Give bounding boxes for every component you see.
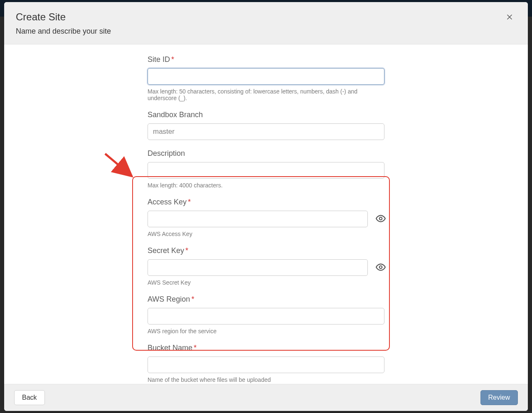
modal-body: Site ID* Max length: 50 characters, cons… <box>4 44 528 384</box>
help-aws-region: AWS region for the service <box>148 328 384 334</box>
help-bucket-name: Name of the bucket where files will be u… <box>148 376 384 383</box>
required-asterisk: * <box>188 198 191 206</box>
help-description: Max length: 4000 characters. <box>148 182 384 189</box>
label-secret-key: Secret Key* <box>148 246 384 255</box>
field-description: Description Max length: 4000 characters. <box>148 149 384 189</box>
field-site-id: Site ID* Max length: 50 characters, cons… <box>148 55 384 101</box>
field-secret-key: Secret Key* AWS Secret Key <box>148 246 384 286</box>
label-description: Description <box>148 149 384 158</box>
modal-header: Create Site Name and describe your site <box>4 2 528 44</box>
field-aws-region: AWS Region* AWS region for the service <box>148 295 384 334</box>
modal-footer: Back Review <box>4 384 528 411</box>
reveal-access-key-button[interactable] <box>375 213 386 225</box>
access-key-input[interactable] <box>148 211 368 227</box>
help-access-key: AWS Access Key <box>148 231 384 237</box>
annotation-arrow-icon <box>102 150 139 184</box>
label-site-id: Site ID* <box>148 55 384 64</box>
reveal-secret-key-button[interactable] <box>375 262 386 273</box>
description-input[interactable] <box>148 162 384 179</box>
required-asterisk: * <box>171 55 174 64</box>
eye-icon <box>375 262 386 274</box>
sandbox-branch-input[interactable] <box>148 123 384 140</box>
back-button[interactable]: Back <box>14 390 45 405</box>
field-access-key: Access Key* AWS Access Key <box>148 198 384 237</box>
secret-key-input[interactable] <box>148 259 368 276</box>
modal-titles: Create Site Name and describe your site <box>16 11 111 36</box>
modal-subtitle: Name and describe your site <box>16 27 111 36</box>
modal-title: Create Site <box>16 11 111 23</box>
label-bucket-name: Bucket Name* <box>148 344 384 352</box>
aws-region-input[interactable] <box>148 308 384 324</box>
form: Site ID* Max length: 50 characters, cons… <box>148 55 384 384</box>
close-button[interactable] <box>503 11 516 25</box>
review-button[interactable]: Review <box>480 390 518 405</box>
svg-line-2 <box>105 154 132 176</box>
help-site-id: Max length: 50 characters, consisting of… <box>148 88 384 101</box>
create-site-modal: Create Site Name and describe your site … <box>4 2 528 411</box>
site-id-input[interactable] <box>148 68 384 85</box>
field-bucket-name: Bucket Name* Name of the bucket where fi… <box>148 344 384 383</box>
label-access-key: Access Key* <box>148 198 384 206</box>
required-asterisk: * <box>185 246 188 255</box>
label-aws-region: AWS Region* <box>148 295 384 304</box>
svg-point-1 <box>379 266 382 268</box>
close-icon <box>505 12 514 23</box>
eye-icon <box>375 213 386 225</box>
required-asterisk: * <box>194 344 197 352</box>
bucket-name-input[interactable] <box>148 356 384 373</box>
help-secret-key: AWS Secret Key <box>148 279 384 286</box>
svg-point-0 <box>379 217 382 220</box>
field-sandbox-branch: Sandbox Branch <box>148 111 384 140</box>
required-asterisk: * <box>191 295 194 303</box>
label-sandbox-branch: Sandbox Branch <box>148 111 384 119</box>
